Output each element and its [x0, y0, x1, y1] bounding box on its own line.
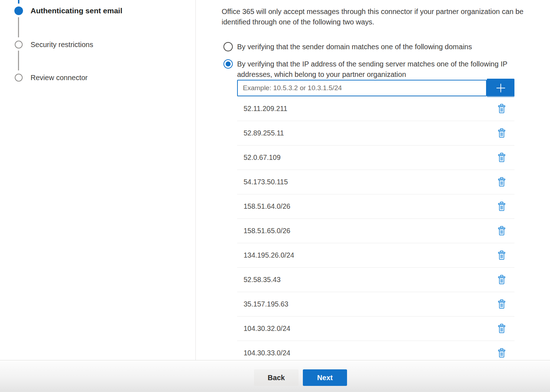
trash-icon — [498, 128, 506, 138]
ip-value: 52.89.255.11 — [244, 129, 284, 137]
step-indicator-review-connector — [15, 74, 23, 82]
delete-ip-button[interactable] — [496, 103, 507, 115]
step-indicator-authenticating-sent-email — [14, 6, 23, 15]
delete-ip-button[interactable] — [496, 152, 507, 163]
ip-value: 158.51.64.0/26 — [244, 202, 290, 211]
trash-icon — [498, 275, 506, 285]
delete-ip-button[interactable] — [496, 250, 507, 261]
delete-ip-button[interactable] — [496, 128, 507, 139]
trash-icon — [498, 202, 506, 211]
stepper-connector — [18, 51, 19, 70]
trash-icon — [498, 153, 506, 162]
trash-icon — [498, 177, 506, 187]
delete-ip-button[interactable] — [496, 347, 507, 359]
ip-list-item: 54.173.50.115 — [237, 170, 514, 194]
ip-list-item: 158.51.64.0/26 — [237, 194, 514, 219]
ip-value: 52.11.209.211 — [244, 105, 287, 113]
ip-address-list: 52.11.209.211 52.89.255.11 — [237, 96, 514, 365]
authenticating-sent-email-pane: Office 365 will only accept messages thr… — [222, 0, 550, 360]
ip-value: 35.157.195.63 — [244, 300, 288, 308]
trash-icon — [498, 324, 506, 333]
step-label-security-restrictions: Security restrictions — [31, 40, 93, 49]
intro-text: Office 365 will only accept messages thr… — [222, 6, 549, 27]
ip-value: 54.173.50.115 — [244, 178, 288, 186]
trash-icon — [498, 348, 506, 358]
delete-ip-button[interactable] — [496, 274, 507, 286]
radio-ip-address[interactable] — [223, 59, 233, 69]
ip-address-input[interactable] — [237, 80, 487, 96]
step-indicator-security-restrictions — [15, 41, 23, 49]
radio-sender-domain[interactable] — [223, 42, 233, 51]
ip-list-item: 35.157.195.63 — [237, 292, 514, 317]
ip-list-item: 52.0.67.109 — [237, 146, 514, 170]
ip-list-item: 104.30.32.0/24 — [237, 317, 514, 341]
back-button[interactable]: Back — [254, 369, 299, 386]
ip-value: 134.195.26.0/24 — [244, 251, 294, 259]
trash-icon — [498, 299, 506, 309]
trash-icon — [498, 226, 506, 236]
radio-sender-domain-label[interactable]: By verifying that the sender domain matc… — [237, 42, 472, 52]
ip-list-item: 134.195.26.0/24 — [237, 243, 514, 268]
trash-icon — [498, 250, 506, 260]
ip-entry-row — [237, 80, 487, 96]
next-button[interactable]: Next — [303, 369, 347, 386]
ip-list-item: 52.58.35.43 — [237, 268, 514, 292]
plus-icon — [495, 83, 506, 93]
option-sender-domain: By verifying that the sender domain matc… — [223, 42, 540, 52]
ip-value: 104.30.33.0/24 — [244, 349, 290, 357]
add-ip-button[interactable] — [487, 79, 514, 97]
trash-icon — [498, 104, 506, 114]
ip-value: 158.51.65.0/26 — [244, 227, 290, 235]
radio-ip-address-label[interactable]: By verifying that the IP address of the … — [237, 59, 533, 80]
ip-list-item: 52.89.255.11 — [237, 121, 514, 146]
delete-ip-button[interactable] — [496, 323, 507, 335]
delete-ip-button[interactable] — [496, 299, 507, 310]
step-label-authenticating-sent-email: Authenticating sent email — [31, 6, 123, 15]
delete-ip-button[interactable] — [496, 201, 507, 212]
stepper-connector — [18, 17, 19, 37]
wizard-stepper-panel: Authenticating sent email Security restr… — [0, 0, 196, 360]
ip-value: 104.30.32.0/24 — [244, 324, 290, 333]
ip-list-item: 52.11.209.211 — [237, 97, 514, 121]
ip-value: 52.58.35.43 — [244, 276, 281, 284]
option-ip-address: By verifying that the IP address of the … — [223, 59, 540, 81]
step-label-review-connector: Review connector — [31, 73, 88, 82]
stepper-connector-top — [18, 0, 19, 4]
ip-value: 52.0.67.109 — [244, 153, 281, 162]
wizard-footer: Back Next — [0, 360, 550, 392]
delete-ip-button[interactable] — [496, 176, 507, 188]
ip-list-item: 158.51.65.0/26 — [237, 219, 514, 243]
delete-ip-button[interactable] — [496, 225, 507, 237]
